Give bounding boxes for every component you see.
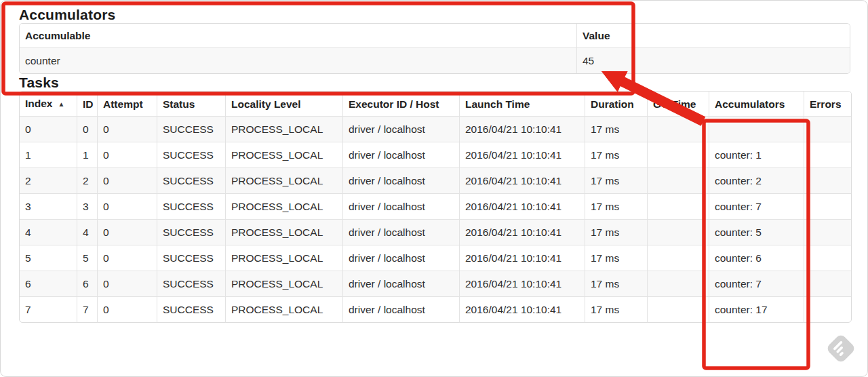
cell-id: 6 (77, 271, 97, 296)
task-row: 4 4 0 SUCCESS PROCESS_LOCAL driver / loc… (20, 219, 851, 245)
accumulators-header-row: Accumulable Value (20, 24, 850, 47)
cell-accumulators: counter: 7 (709, 193, 804, 219)
col-header-gc-time[interactable]: GC Time (647, 92, 709, 116)
tasks-table: Index▲ ID Attempt Status Locality Level … (19, 91, 852, 323)
task-row: 2 2 0 SUCCESS PROCESS_LOCAL driver / loc… (20, 167, 851, 193)
cell-gc-time (647, 245, 709, 271)
cell-locality-level: PROCESS_LOCAL (225, 193, 342, 219)
cell-duration: 17 ms (585, 142, 647, 167)
col-header-status[interactable]: Status (157, 92, 225, 116)
task-row: 3 3 0 SUCCESS PROCESS_LOCAL driver / loc… (20, 193, 851, 219)
cell-duration: 17 ms (585, 219, 647, 245)
cell-status: SUCCESS (157, 116, 225, 142)
col-header-accumulable[interactable]: Accumulable (20, 24, 576, 47)
col-header-accumulators[interactable]: Accumulators (709, 92, 804, 116)
cell-index: 5 (20, 245, 77, 271)
col-header-index[interactable]: Index▲ (20, 92, 77, 116)
cell-errors (804, 142, 851, 167)
cell-index: 4 (20, 219, 77, 245)
task-row: 0 0 0 SUCCESS PROCESS_LOCAL driver / loc… (20, 116, 851, 142)
cell-gc-time (647, 142, 709, 167)
cell-status: SUCCESS (157, 142, 225, 167)
accumulators-section-title: Accumulators (19, 1, 849, 23)
cell-attempt: 0 (97, 219, 157, 245)
cell-locality-level: PROCESS_LOCAL (225, 142, 342, 167)
col-header-launch-time[interactable]: Launch Time (459, 92, 585, 116)
cell-gc-time (647, 167, 709, 193)
cell-index: 3 (20, 193, 77, 219)
col-header-errors[interactable]: Errors (804, 92, 851, 116)
cell-gc-time (647, 219, 709, 245)
cell-status: SUCCESS (157, 271, 225, 296)
task-row: 7 7 0 SUCCESS PROCESS_LOCAL driver / loc… (20, 296, 851, 322)
cell-accumulable-value: 45 (576, 47, 850, 73)
cell-executor-id-host: driver / localhost (342, 116, 459, 142)
cell-status: SUCCESS (157, 219, 225, 245)
cell-errors (804, 271, 851, 296)
cell-attempt: 0 (97, 271, 157, 296)
cell-launch-time: 2016/04/21 10:10:41 (459, 116, 585, 142)
cell-id: 4 (77, 219, 97, 245)
cell-launch-time: 2016/04/21 10:10:41 (459, 245, 585, 271)
cell-gc-time (647, 271, 709, 296)
cell-accumulable-name: counter (20, 47, 576, 73)
cell-attempt: 0 (97, 296, 157, 322)
cell-errors (804, 296, 851, 322)
col-header-value[interactable]: Value (576, 24, 850, 47)
col-header-executor-id-host[interactable]: Executor ID / Host (342, 92, 459, 116)
cell-executor-id-host: driver / localhost (342, 245, 459, 271)
tasks-header-row: Index▲ ID Attempt Status Locality Level … (20, 92, 851, 116)
cell-status: SUCCESS (157, 245, 225, 271)
sort-ascending-icon: ▲ (58, 100, 64, 108)
cell-accumulators (709, 116, 804, 142)
cell-accumulators: counter: 17 (709, 296, 804, 322)
cell-accumulators: counter: 6 (709, 245, 804, 271)
cell-id: 7 (77, 296, 97, 322)
cell-executor-id-host: driver / localhost (342, 271, 459, 296)
cell-status: SUCCESS (157, 296, 225, 322)
cell-launch-time: 2016/04/21 10:10:41 (459, 167, 585, 193)
cell-errors (804, 116, 851, 142)
cell-duration: 17 ms (585, 193, 647, 219)
cell-locality-level: PROCESS_LOCAL (225, 296, 342, 322)
task-row: 5 5 0 SUCCESS PROCESS_LOCAL driver / loc… (20, 245, 851, 271)
accumulators-table: Accumulable Value counter 45 (19, 23, 850, 74)
cell-status: SUCCESS (157, 193, 225, 219)
cell-accumulators: counter: 5 (709, 219, 804, 245)
cell-accumulators: counter: 1 (709, 142, 804, 167)
watermark-icon (825, 333, 856, 363)
cell-locality-level: PROCESS_LOCAL (225, 245, 342, 271)
cell-duration: 17 ms (585, 296, 647, 322)
cell-status: SUCCESS (157, 167, 225, 193)
cell-accumulators: counter: 7 (709, 271, 804, 296)
cell-accumulators: counter: 2 (709, 167, 804, 193)
cell-duration: 17 ms (585, 116, 647, 142)
cell-index: 1 (20, 142, 77, 167)
cell-attempt: 0 (97, 142, 157, 167)
cell-index: 0 (20, 116, 77, 142)
cell-locality-level: PROCESS_LOCAL (225, 271, 342, 296)
cell-launch-time: 2016/04/21 10:10:41 (459, 219, 585, 245)
cell-errors (804, 167, 851, 193)
cell-launch-time: 2016/04/21 10:10:41 (459, 142, 585, 167)
cell-duration: 17 ms (585, 245, 647, 271)
cell-attempt: 0 (97, 245, 157, 271)
cell-executor-id-host: driver / localhost (342, 167, 459, 193)
cell-locality-level: PROCESS_LOCAL (225, 167, 342, 193)
cell-duration: 17 ms (585, 271, 647, 296)
col-header-locality-level[interactable]: Locality Level (225, 92, 342, 116)
cell-launch-time: 2016/04/21 10:10:41 (459, 271, 585, 296)
cell-launch-time: 2016/04/21 10:10:41 (459, 193, 585, 219)
cell-id: 1 (77, 142, 97, 167)
cell-gc-time (647, 116, 709, 142)
cell-locality-level: PROCESS_LOCAL (225, 116, 342, 142)
cell-id: 2 (77, 167, 97, 193)
cell-executor-id-host: driver / localhost (342, 193, 459, 219)
col-header-duration[interactable]: Duration (585, 92, 647, 116)
cell-attempt: 0 (97, 116, 157, 142)
cell-launch-time: 2016/04/21 10:10:41 (459, 296, 585, 322)
cell-locality-level: PROCESS_LOCAL (225, 219, 342, 245)
col-header-attempt[interactable]: Attempt (97, 92, 157, 116)
col-header-id[interactable]: ID (77, 92, 97, 116)
cell-errors (804, 193, 851, 219)
